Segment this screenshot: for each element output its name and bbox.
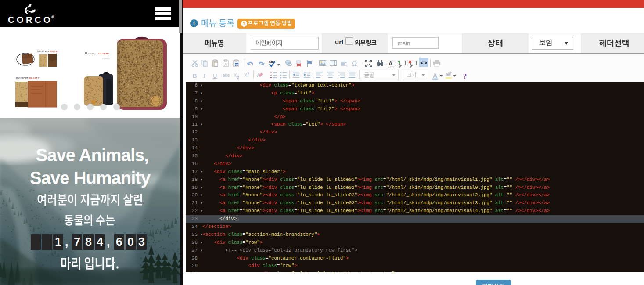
svg-text:2: 2 [248, 71, 250, 75]
svg-text:I: I [203, 72, 206, 79]
svg-text:W: W [235, 63, 238, 66]
svg-text:corco: corco [153, 100, 158, 103]
svg-text:✻: ✻ [85, 51, 87, 54]
svg-text:abc: abc [223, 73, 230, 78]
svg-text:A: A [224, 62, 227, 67]
svg-text:NECKLACE WALLET: NECKLACE WALLET [37, 50, 58, 53]
svg-text:U: U [213, 72, 217, 79]
svg-text:Ω: Ω [352, 60, 356, 67]
svg-text:2: 2 [237, 76, 239, 79]
svg-text:<: < [421, 60, 424, 65]
svg-text:A: A [389, 61, 392, 67]
svg-text:?: ? [463, 72, 467, 80]
svg-text:TRAVEL GO BAG: TRAVEL GO BAG [88, 52, 109, 55]
svg-text:B: B [193, 72, 197, 79]
svg-text:>: > [424, 60, 427, 65]
svg-text:C O R C O: C O R C O [102, 58, 110, 60]
svg-text:X: X [244, 72, 248, 78]
svg-text:X: X [234, 72, 237, 78]
svg-text:A: A [433, 72, 437, 79]
svg-text:PASSPORT WALLET 7: PASSPORT WALLET 7 [16, 77, 39, 79]
